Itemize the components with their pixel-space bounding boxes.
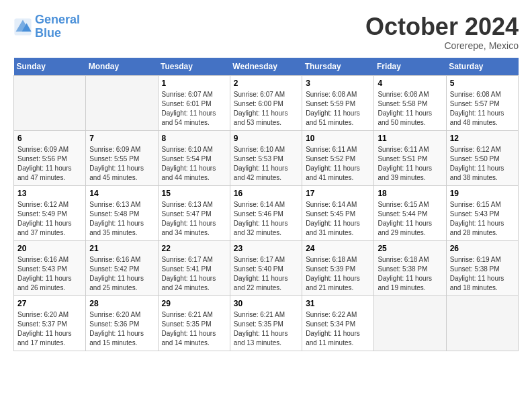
calendar-cell: 11Sunrise: 6:11 AMSunset: 5:51 PMDayligh… (374, 130, 446, 185)
col-header-saturday: Saturday (446, 58, 518, 76)
day-info: Sunrise: 6:08 AMSunset: 5:59 PMDaylight:… (306, 90, 370, 128)
col-header-thursday: Thursday (302, 58, 374, 76)
day-number: 28 (89, 299, 154, 308)
day-info: Sunrise: 6:18 AMSunset: 5:39 PMDaylight:… (306, 255, 370, 293)
day-number: 17 (306, 189, 370, 198)
day-info: Sunrise: 6:12 AMSunset: 5:49 PMDaylight:… (17, 200, 82, 238)
calendar-cell (374, 295, 446, 351)
day-number: 11 (378, 134, 442, 143)
day-info: Sunrise: 6:20 AMSunset: 5:36 PMDaylight:… (89, 310, 154, 348)
calendar-cell: 27Sunrise: 6:20 AMSunset: 5:37 PMDayligh… (14, 295, 86, 351)
day-info: Sunrise: 6:08 AMSunset: 5:57 PMDaylight:… (450, 90, 515, 128)
calendar-cell: 14Sunrise: 6:13 AMSunset: 5:48 PMDayligh… (86, 185, 158, 240)
calendar-week-2: 6Sunrise: 6:09 AMSunset: 5:56 PMDaylight… (14, 130, 519, 185)
calendar-cell: 18Sunrise: 6:15 AMSunset: 5:44 PMDayligh… (374, 185, 446, 240)
day-number: 16 (234, 189, 298, 198)
calendar-cell: 3Sunrise: 6:08 AMSunset: 5:59 PMDaylight… (302, 75, 374, 130)
day-info: Sunrise: 6:15 AMSunset: 5:43 PMDaylight:… (450, 200, 515, 238)
logo-icon (13, 17, 32, 36)
day-number: 27 (17, 299, 82, 308)
calendar-cell (86, 75, 158, 130)
day-info: Sunrise: 6:07 AMSunset: 6:00 PMDaylight:… (234, 90, 298, 128)
day-info: Sunrise: 6:21 AMSunset: 5:35 PMDaylight:… (162, 310, 226, 348)
calendar-cell: 7Sunrise: 6:09 AMSunset: 5:55 PMDaylight… (86, 130, 158, 185)
calendar-cell (14, 75, 86, 130)
calendar-cell: 12Sunrise: 6:12 AMSunset: 5:50 PMDayligh… (446, 130, 518, 185)
day-number: 2 (234, 79, 298, 88)
day-number: 13 (17, 189, 82, 198)
day-number: 30 (234, 299, 298, 308)
calendar-week-1: 1Sunrise: 6:07 AMSunset: 6:01 PMDaylight… (14, 75, 519, 130)
day-info: Sunrise: 6:15 AMSunset: 5:44 PMDaylight:… (378, 200, 442, 238)
calendar-cell: 1Sunrise: 6:07 AMSunset: 6:01 PMDaylight… (158, 75, 230, 130)
day-info: Sunrise: 6:10 AMSunset: 5:53 PMDaylight:… (234, 145, 298, 183)
calendar-cell: 20Sunrise: 6:16 AMSunset: 5:43 PMDayligh… (14, 240, 86, 295)
day-info: Sunrise: 6:12 AMSunset: 5:50 PMDaylight:… (450, 145, 515, 183)
calendar-cell: 22Sunrise: 6:17 AMSunset: 5:41 PMDayligh… (158, 240, 230, 295)
day-info: Sunrise: 6:22 AMSunset: 5:34 PMDaylight:… (306, 310, 370, 348)
calendar-cell: 6Sunrise: 6:09 AMSunset: 5:56 PMDaylight… (14, 130, 86, 185)
day-info: Sunrise: 6:13 AMSunset: 5:48 PMDaylight:… (89, 200, 154, 238)
day-info: Sunrise: 6:11 AMSunset: 5:51 PMDaylight:… (378, 145, 442, 183)
day-number: 19 (450, 189, 515, 198)
calendar-cell: 24Sunrise: 6:18 AMSunset: 5:39 PMDayligh… (302, 240, 374, 295)
day-number: 15 (162, 189, 226, 198)
col-header-wednesday: Wednesday (230, 58, 302, 76)
day-number: 7 (89, 134, 154, 143)
col-header-sunday: Sunday (14, 58, 86, 76)
day-info: Sunrise: 6:14 AMSunset: 5:45 PMDaylight:… (306, 200, 370, 238)
day-info: Sunrise: 6:07 AMSunset: 6:01 PMDaylight:… (162, 90, 226, 128)
calendar-cell: 21Sunrise: 6:16 AMSunset: 5:42 PMDayligh… (86, 240, 158, 295)
day-number: 23 (234, 244, 298, 253)
calendar-week-5: 27Sunrise: 6:20 AMSunset: 5:37 PMDayligh… (14, 295, 519, 351)
day-info: Sunrise: 6:16 AMSunset: 5:43 PMDaylight:… (17, 255, 82, 293)
day-info: Sunrise: 6:09 AMSunset: 5:56 PMDaylight:… (17, 145, 82, 183)
day-number: 9 (234, 134, 298, 143)
day-number: 26 (450, 244, 515, 253)
calendar-cell: 16Sunrise: 6:14 AMSunset: 5:46 PMDayligh… (230, 185, 302, 240)
day-number: 1 (162, 79, 226, 88)
day-number: 18 (378, 189, 442, 198)
day-info: Sunrise: 6:14 AMSunset: 5:46 PMDaylight:… (234, 200, 298, 238)
calendar-cell: 19Sunrise: 6:15 AMSunset: 5:43 PMDayligh… (446, 185, 518, 240)
calendar-cell: 28Sunrise: 6:20 AMSunset: 5:36 PMDayligh… (86, 295, 158, 351)
calendar-cell: 23Sunrise: 6:17 AMSunset: 5:40 PMDayligh… (230, 240, 302, 295)
day-info: Sunrise: 6:16 AMSunset: 5:42 PMDaylight:… (89, 255, 154, 293)
day-number: 20 (17, 244, 82, 253)
day-number: 29 (162, 299, 226, 308)
calendar-cell: 17Sunrise: 6:14 AMSunset: 5:45 PMDayligh… (302, 185, 374, 240)
day-info: Sunrise: 6:09 AMSunset: 5:55 PMDaylight:… (89, 145, 154, 183)
day-number: 21 (89, 244, 154, 253)
calendar-cell: 25Sunrise: 6:18 AMSunset: 5:38 PMDayligh… (374, 240, 446, 295)
day-info: Sunrise: 6:20 AMSunset: 5:37 PMDaylight:… (17, 310, 82, 348)
calendar-cell: 29Sunrise: 6:21 AMSunset: 5:35 PMDayligh… (158, 295, 230, 351)
day-number: 8 (162, 134, 226, 143)
calendar-cell: 10Sunrise: 6:11 AMSunset: 5:52 PMDayligh… (302, 130, 374, 185)
calendar-week-4: 20Sunrise: 6:16 AMSunset: 5:43 PMDayligh… (14, 240, 519, 295)
day-number: 10 (306, 134, 370, 143)
day-number: 31 (306, 299, 370, 308)
col-header-monday: Monday (86, 58, 158, 76)
calendar-cell: 4Sunrise: 6:08 AMSunset: 5:58 PMDaylight… (374, 75, 446, 130)
day-info: Sunrise: 6:18 AMSunset: 5:38 PMDaylight:… (378, 255, 442, 293)
calendar-header-row: SundayMondayTuesdayWednesdayThursdayFrid… (14, 58, 519, 76)
day-info: Sunrise: 6:17 AMSunset: 5:40 PMDaylight:… (234, 255, 298, 293)
calendar-cell: 9Sunrise: 6:10 AMSunset: 5:53 PMDaylight… (230, 130, 302, 185)
calendar-cell (446, 295, 518, 351)
day-info: Sunrise: 6:08 AMSunset: 5:58 PMDaylight:… (378, 90, 442, 128)
calendar-week-3: 13Sunrise: 6:12 AMSunset: 5:49 PMDayligh… (14, 185, 519, 240)
day-number: 22 (162, 244, 226, 253)
location-subtitle: Corerepe, Mexico (365, 40, 519, 51)
day-number: 24 (306, 244, 370, 253)
day-number: 12 (450, 134, 515, 143)
day-info: Sunrise: 6:21 AMSunset: 5:35 PMDaylight:… (234, 310, 298, 348)
title-block: October 2024 Corerepe, Mexico (365, 13, 519, 51)
calendar-cell: 26Sunrise: 6:19 AMSunset: 5:38 PMDayligh… (446, 240, 518, 295)
calendar-cell: 15Sunrise: 6:13 AMSunset: 5:47 PMDayligh… (158, 185, 230, 240)
calendar-cell: 2Sunrise: 6:07 AMSunset: 6:00 PMDaylight… (230, 75, 302, 130)
day-number: 4 (378, 79, 442, 88)
logo-text: General Blue (35, 13, 80, 40)
day-info: Sunrise: 6:10 AMSunset: 5:54 PMDaylight:… (162, 145, 226, 183)
calendar-cell: 30Sunrise: 6:21 AMSunset: 5:35 PMDayligh… (230, 295, 302, 351)
day-number: 5 (450, 79, 515, 88)
